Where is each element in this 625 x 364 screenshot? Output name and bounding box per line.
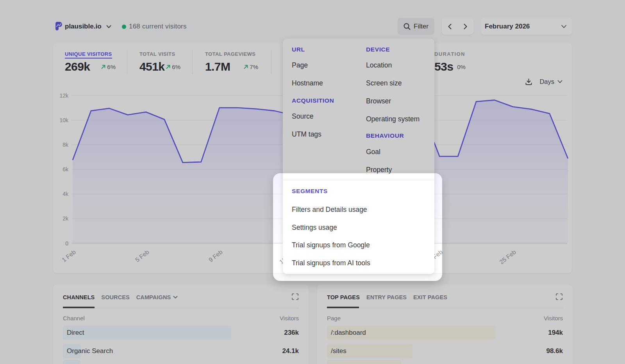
svg-text:1 Feb: 1 Feb <box>61 249 77 263</box>
svg-text:9 Feb: 9 Feb <box>207 249 224 263</box>
svg-text:2k: 2k <box>62 215 69 222</box>
svg-text:12k: 12k <box>59 92 69 99</box>
svg-text:6k: 6k <box>62 166 69 172</box>
svg-text:25 Feb: 25 Feb <box>498 249 517 265</box>
svg-text:5 Feb: 5 Feb <box>134 249 150 263</box>
svg-text:8k: 8k <box>62 142 69 148</box>
svg-text:0: 0 <box>65 240 68 247</box>
svg-text:4k: 4k <box>62 191 69 197</box>
svg-text:10k: 10k <box>59 117 69 123</box>
